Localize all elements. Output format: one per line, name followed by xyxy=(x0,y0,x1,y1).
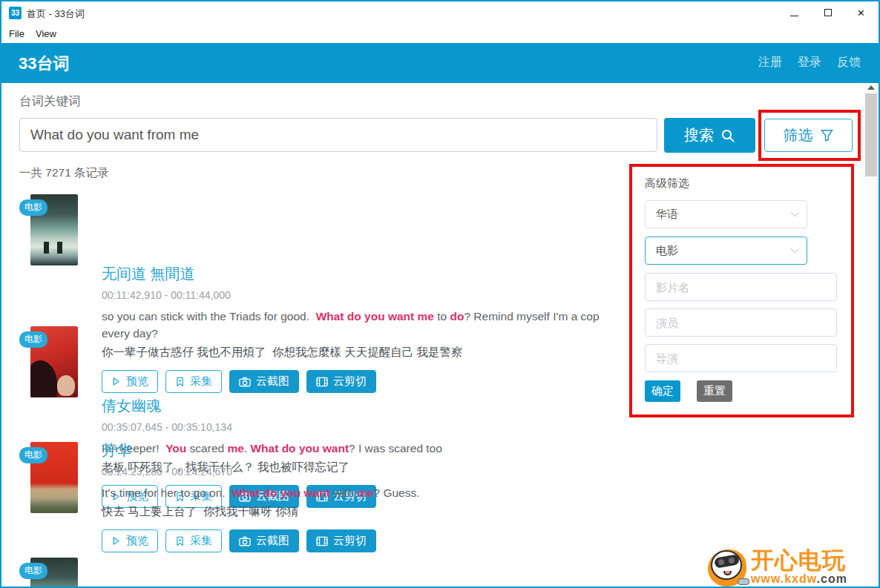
close-button[interactable]: ✕ xyxy=(844,1,878,24)
search-button[interactable]: 搜索 xyxy=(664,118,755,153)
app-window: 33 首页 - 33台词 ✕ File View 33台词 注册 登录 反馈 台… xyxy=(0,0,880,588)
title-bar: 33 首页 - 33台词 ✕ xyxy=(1,1,879,24)
search-button-label: 搜索 xyxy=(684,125,714,145)
action-collect-button[interactable]: 采集 xyxy=(165,529,222,552)
subtitle-timecode: 00:24:23,280 - 00:24:24,670 xyxy=(102,466,622,478)
action-cloud-screenshot-button[interactable]: 云截图 xyxy=(229,529,299,552)
minimize-icon xyxy=(790,16,798,16)
menu-bar: File View xyxy=(1,24,879,43)
advanced-filter-title: 高级筛选 xyxy=(645,176,689,191)
play-icon xyxy=(111,536,121,546)
film-name-input[interactable] xyxy=(645,273,837,301)
watermark-url: www.kxdw.com xyxy=(751,572,847,586)
type-select-value: 电影 xyxy=(656,244,678,258)
filter-button[interactable]: 筛选 xyxy=(764,119,853,152)
subtitle-text-zh: 快去 马上要上台了 你找我干嘛呀 你猜 xyxy=(102,503,622,520)
maximize-button[interactable] xyxy=(811,1,844,24)
close-icon: ✕ xyxy=(857,7,865,19)
menu-view[interactable]: View xyxy=(31,27,61,41)
reset-button[interactable]: 重置 xyxy=(697,380,732,402)
results-count: 一共 7271 条记录 xyxy=(19,165,109,181)
watermark-brand: 开心电玩 xyxy=(751,549,847,572)
search-icon xyxy=(720,128,735,143)
subtitle-timecode: 00:11:42,910 - 00:11:44,000 xyxy=(102,289,622,301)
kxdw-mascot-icon xyxy=(706,548,748,588)
result-item: 电影 无间道 無間道 01:28:31,370 - 01:28:33,630 xyxy=(19,556,622,588)
movie-type-badge: 电影 xyxy=(19,563,47,579)
action-cloud-clip-button[interactable]: 云剪切 xyxy=(306,529,376,552)
movie-type-badge: 电影 xyxy=(19,199,47,216)
minimize-button[interactable] xyxy=(778,1,811,24)
movie-title[interactable]: 无间道 無間道 xyxy=(102,264,622,284)
login-link[interactable]: 登录 xyxy=(798,55,821,70)
chevron-down-icon xyxy=(791,209,799,217)
filter-button-label: 筛选 xyxy=(784,125,813,145)
camera-icon xyxy=(239,536,251,546)
language-select[interactable]: 华语 xyxy=(645,200,807,228)
language-select-value: 华语 xyxy=(656,208,678,222)
scrollbar-thumb[interactable] xyxy=(865,93,877,176)
app-icon: 33 xyxy=(9,7,22,19)
action-preview-button[interactable]: 预览 xyxy=(102,529,158,552)
search-input[interactable] xyxy=(19,118,657,152)
result-item: 电影 芳华 00:24:23,280 - 00:24:24,670 It's t… xyxy=(19,440,622,552)
result-actions: 预览采集云截图云剪切 xyxy=(102,529,622,552)
funnel-icon xyxy=(820,128,834,142)
window-title: 首页 - 33台词 xyxy=(27,7,85,21)
chevron-down-icon xyxy=(791,245,799,254)
brand-logo[interactable]: 33台词 xyxy=(19,53,69,75)
movie-title[interactable]: 倩女幽魂 xyxy=(102,396,622,416)
movie-title[interactable]: 芳华 xyxy=(102,440,622,460)
actor-input[interactable] xyxy=(645,308,837,337)
scrollbar-up-arrow-icon[interactable] xyxy=(867,85,875,90)
movie-type-badge: 电影 xyxy=(19,447,47,463)
feedback-link[interactable]: 反馈 xyxy=(837,55,861,70)
menu-file[interactable]: File xyxy=(4,27,29,41)
register-link[interactable]: 注册 xyxy=(758,55,782,70)
kxdw-watermark: 开心电玩 www.kxdw.com xyxy=(706,548,879,588)
bookmark-plus-icon xyxy=(175,536,185,546)
movie-type-badge: 电影 xyxy=(19,331,47,348)
film-icon xyxy=(316,536,328,546)
subtitle-timecode: 00:35:07,645 - 00:35:10,134 xyxy=(102,421,622,433)
header-links: 注册 登录 反馈 xyxy=(758,55,861,70)
type-select[interactable]: 电影 xyxy=(645,237,807,265)
app-header: 33台词 注册 登录 反馈 xyxy=(1,43,879,83)
maximize-icon xyxy=(824,9,832,16)
confirm-button[interactable]: 确定 xyxy=(645,380,680,402)
subtitle-text-en: It's time for her to go on. What do you … xyxy=(102,484,622,501)
search-label: 台词关键词 xyxy=(19,93,81,110)
director-input[interactable] xyxy=(645,344,837,372)
